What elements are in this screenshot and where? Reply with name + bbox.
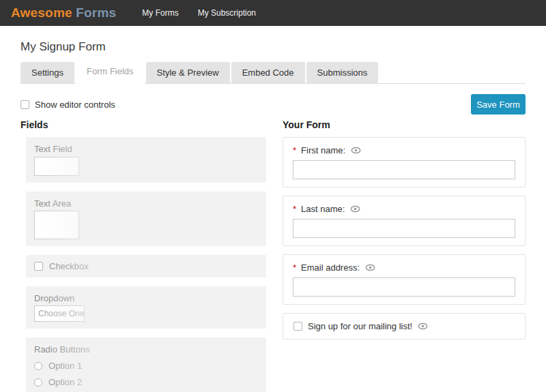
tab-bar: Settings Form Fields Style & Preview Emb…: [20, 61, 526, 84]
brand-logo[interactable]: Awesome Forms: [11, 5, 116, 20]
navbar-links: My Forms My Subscription: [132, 5, 265, 20]
radio-icon: [34, 378, 42, 387]
required-marker: *: [293, 262, 296, 273]
save-form-button[interactable]: Save Form: [471, 94, 526, 115]
template-label: Text Field: [34, 144, 258, 154]
form-field-email-address[interactable]: * Email address:: [283, 254, 526, 305]
visibility-eye-icon[interactable]: [418, 322, 428, 330]
top-navbar: Awesome Forms My Forms My Subscription: [0, 0, 546, 26]
field-template-radio-buttons[interactable]: Radio Buttons Option 1 Option 2: [26, 337, 266, 392]
main-content: My Signup Form Settings Form Fields Styl…: [20, 40, 526, 392]
radio-option-label: Option 1: [48, 361, 82, 371]
form-field-label: Email address:: [301, 262, 360, 273]
template-select-preview: Choose One: [34, 305, 85, 322]
builder-columns: Fields Text Field Text Area Checkbox: [20, 120, 526, 392]
radio-icon: [34, 362, 42, 370]
required-marker: *: [293, 145, 296, 155]
brand-primary: Awesome: [11, 5, 72, 20]
form-field-label: Sign up for our mailing list!: [308, 321, 412, 331]
mailing-list-checkbox[interactable]: [293, 322, 302, 331]
template-label: Radio Buttons: [34, 344, 258, 355]
tab-submissions[interactable]: Submissions: [306, 62, 379, 83]
radio-option-label: Option 2: [48, 377, 82, 387]
visibility-eye-icon[interactable]: [350, 205, 360, 213]
field-template-checkbox[interactable]: Checkbox: [26, 255, 266, 277]
form-field-last-name[interactable]: * Last name:: [283, 196, 526, 246]
tab-settings[interactable]: Settings: [20, 62, 74, 83]
first-name-input[interactable]: [293, 160, 515, 179]
show-editor-controls-label: Show editor controls: [35, 100, 115, 110]
last-name-input[interactable]: [293, 219, 515, 238]
email-address-input[interactable]: [293, 277, 515, 297]
tab-style-preview[interactable]: Style & Preview: [146, 62, 230, 83]
form-field-label: First name:: [301, 145, 345, 155]
field-template-text-field[interactable]: Text Field: [26, 137, 266, 183]
toolbar: Show editor controls Save Form: [20, 94, 526, 115]
form-field-first-name[interactable]: * First name:: [283, 137, 526, 187]
your-form-panel: Your Form * First name: * Last name:: [283, 120, 526, 392]
template-label: Dropdown: [34, 293, 258, 303]
form-field-label: Last name:: [301, 204, 345, 214]
field-template-dropdown[interactable]: Dropdown Choose One: [26, 286, 266, 329]
field-template-text-area[interactable]: Text Area: [26, 192, 266, 246]
visibility-eye-icon[interactable]: [351, 147, 361, 154]
brand-secondary: Forms: [76, 5, 116, 20]
template-radio-option: Option 1: [34, 361, 258, 371]
template-label: Text Area: [34, 198, 258, 209]
required-marker: *: [293, 204, 296, 214]
page-title: My Signup Form: [20, 40, 526, 54]
tab-embed-code[interactable]: Embed Code: [231, 62, 305, 83]
visibility-eye-icon[interactable]: [365, 264, 375, 271]
nav-item-my-subscription[interactable]: My Subscription: [188, 5, 265, 20]
template-text-input-preview: [34, 157, 79, 176]
show-editor-controls-checkbox[interactable]: [20, 100, 29, 109]
show-editor-controls-toggle[interactable]: Show editor controls: [20, 100, 115, 110]
field-template-list: Text Field Text Area Checkbox Dropdown: [20, 137, 266, 392]
template-checkbox-preview: [34, 262, 43, 271]
template-radio-option: Option 2: [34, 377, 258, 387]
template-select-value: Choose One: [38, 309, 84, 318]
fields-panel: Fields Text Field Text Area Checkbox: [20, 120, 266, 392]
your-form-heading: Your Form: [283, 120, 526, 130]
nav-item-my-forms[interactable]: My Forms: [132, 5, 188, 20]
tab-form-fields[interactable]: Form Fields: [76, 61, 145, 85]
template-label: Checkbox: [49, 261, 89, 271]
form-field-mailing-list[interactable]: Sign up for our mailing list!: [283, 313, 526, 340]
fields-panel-heading: Fields: [20, 120, 266, 130]
template-textarea-preview: [34, 211, 79, 239]
